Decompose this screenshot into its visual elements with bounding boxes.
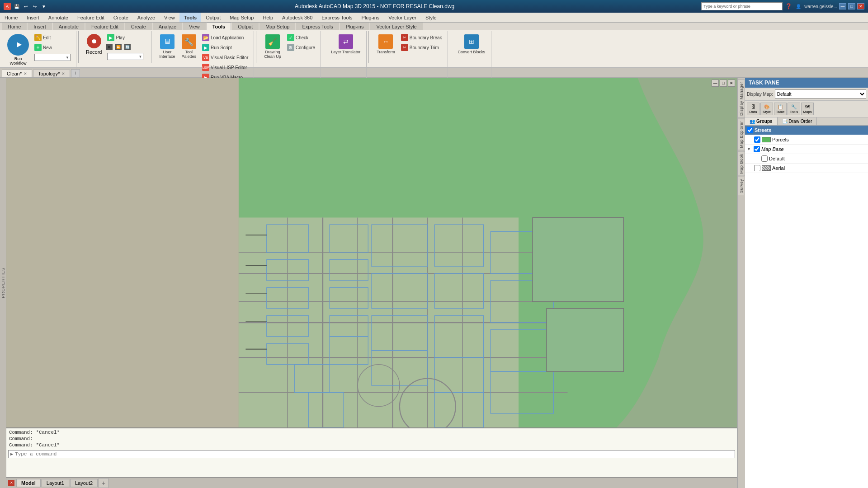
close-button[interactable]: ✕ [857, 3, 864, 9]
new-workflow-button[interactable]: + New [33, 43, 72, 52]
minimize-button[interactable]: — [839, 3, 846, 9]
layer-default[interactable]: Default [745, 154, 868, 164]
keyword-search[interactable]: Type a keyword or phrase [701, 2, 783, 10]
tools-icon-btn[interactable]: 🔧 Tools [788, 103, 800, 115]
aerial-visibility-checkbox[interactable] [754, 165, 760, 171]
menu-feature-edit[interactable]: Feature Edit [73, 13, 109, 22]
user-interface-button[interactable]: 🖥 User Interface [157, 33, 177, 60]
data-icon-btn[interactable]: 🗄 Data [747, 103, 760, 115]
tab-annotate[interactable]: Annotate [53, 23, 85, 30]
menu-style[interactable]: Style [421, 13, 441, 22]
side-tab-map-explorer[interactable]: Map Explorer [738, 119, 745, 150]
transform-button[interactable]: ↔ Transform [374, 33, 397, 56]
tab-output[interactable]: Output [232, 23, 259, 30]
workflow-dropdown[interactable]: ▼ [33, 53, 72, 62]
model-tab[interactable]: Model [16, 479, 41, 487]
menu-autodesk360[interactable]: Autodesk 360 [278, 13, 317, 22]
map-base-visibility-checkbox[interactable] [754, 146, 760, 152]
side-tab-display-manager[interactable]: Display Manager [738, 80, 745, 118]
close-clean-tab[interactable]: ✕ [24, 71, 27, 76]
tab-analyze[interactable]: Analyze [153, 23, 182, 30]
menu-insert[interactable]: Insert [22, 13, 44, 22]
minimize-map-button[interactable]: — [712, 80, 719, 87]
command-input-wrapper[interactable]: ▶ [8, 450, 735, 458]
tab-feature-edit[interactable]: Feature Edit [85, 23, 124, 30]
run-script-button[interactable]: ▶ Run Script [200, 43, 250, 52]
play-button[interactable]: ▶ Play [105, 33, 145, 42]
tab-map-setup[interactable]: Map Setup [259, 23, 295, 30]
add-document-tab[interactable]: + [71, 69, 80, 77]
draw-order-tab[interactable]: 📑 Draw Order [778, 117, 817, 125]
maps-icon-btn[interactable]: 🗺 Maps [801, 103, 814, 115]
menu-plug-ins[interactable]: Plug-ins [357, 13, 384, 22]
action-recorder-dropdown[interactable]: ▼ [105, 52, 145, 61]
menu-help[interactable]: Help [258, 13, 278, 22]
boundary-trim-button[interactable]: ✂ Boundary Trim [399, 43, 444, 52]
menu-home[interactable]: Home [0, 13, 22, 22]
tab-tools[interactable]: Tools [207, 23, 231, 30]
doc-tab-topology[interactable]: Topology* ✕ [33, 70, 70, 77]
run-workflow-button[interactable]: Run Workflow [5, 33, 31, 66]
menu-view[interactable]: View [160, 13, 179, 22]
check-button[interactable]: ✓ Check [285, 33, 317, 42]
menu-annotate[interactable]: Annotate [44, 13, 73, 22]
side-tab-map-book[interactable]: Map Book [738, 151, 745, 176]
undo-button[interactable]: ↩ [22, 2, 30, 10]
parcels-visibility-checkbox[interactable] [754, 136, 760, 143]
streets-visibility-checkbox[interactable] [747, 127, 753, 133]
tool-palettes-button[interactable]: 🔧 Tool Palettes [179, 33, 199, 60]
tab-vector-layer-style[interactable]: Vector Layer Style [370, 23, 422, 30]
tab-insert[interactable]: Insert [28, 23, 52, 30]
tab-create[interactable]: Create [125, 23, 152, 30]
layer-parcels[interactable]: Parcels [745, 135, 868, 145]
help-button[interactable]: ❓ [784, 2, 793, 10]
menu-analyze[interactable]: Analyze [133, 13, 160, 22]
table-icon-btn[interactable]: 📋 Table [774, 103, 787, 115]
convert-blocks-button[interactable]: ⊞ Convert Blocks [456, 33, 488, 56]
style-icon-btn[interactable]: 🎨 Style [760, 103, 773, 115]
user-account[interactable]: 👤 [794, 2, 802, 10]
maximize-map-button[interactable]: □ [720, 80, 727, 87]
command-input[interactable] [15, 451, 733, 457]
layer-translator-button[interactable]: ⇄ Layer Translator [329, 33, 363, 56]
drawing-cleanup-button[interactable]: 🧹 Drawing Clean Up [262, 33, 283, 60]
menu-vector-layer[interactable]: Vector Layer [384, 13, 421, 22]
vb-editor-button[interactable]: VB Visual Basic Editor [200, 53, 250, 62]
menu-create[interactable]: Create [109, 13, 133, 22]
menu-tools[interactable]: Tools [179, 13, 202, 22]
layout1-tab[interactable]: Layout1 [42, 479, 69, 487]
map-canvas[interactable] [6, 78, 737, 427]
side-tab-survey[interactable]: Survey [738, 177, 745, 195]
load-application-button[interactable]: 📂 Load Application [200, 33, 250, 42]
qaccess-dropdown[interactable]: ▼ [40, 2, 48, 10]
close-topology-tab[interactable]: ✕ [61, 71, 65, 76]
close-layout-panel[interactable]: ✕ [8, 480, 14, 486]
close-map-button[interactable]: ✕ [728, 80, 735, 87]
maximize-button[interactable]: □ [848, 3, 855, 9]
redo-button[interactable]: ↪ [31, 2, 39, 10]
tab-express-tools[interactable]: Express Tools [296, 23, 339, 30]
record-button[interactable]: ⏺ Record [84, 33, 104, 56]
tab-plug-ins[interactable]: Plug-ins [340, 23, 370, 30]
tab-view[interactable]: View [183, 23, 206, 30]
step-button[interactable]: ⏩ [114, 43, 123, 51]
layout2-tab[interactable]: Layout2 [70, 479, 98, 487]
stop-button[interactable]: ⏹ [105, 43, 113, 51]
add-layout-tab[interactable]: + [99, 478, 108, 488]
layer-map-base[interactable]: ▼ Map Base [745, 145, 868, 154]
lisp-editor-button[interactable]: LISP Visual LISP Editor [200, 63, 250, 72]
configure-button[interactable]: ⚙ Configure [285, 43, 317, 52]
edit-workflow-button[interactable]: ✏️ Edit [33, 33, 72, 42]
replay-button[interactable]: 🔄 [123, 43, 132, 51]
layer-aerial[interactable]: Aerial [745, 164, 868, 173]
menu-express-tools[interactable]: Express Tools [317, 13, 357, 22]
doc-tab-clean[interactable]: Clean* ✕ [2, 70, 32, 77]
layer-streets[interactable]: Streets [745, 126, 868, 135]
menu-output[interactable]: Output [201, 13, 225, 22]
map-base-expand[interactable]: ▼ [747, 147, 752, 151]
tab-home[interactable]: Home [2, 23, 27, 30]
display-map-select[interactable]: Default [775, 89, 866, 99]
groups-tab[interactable]: 👥 Groups [745, 117, 778, 125]
default-visibility-checkbox[interactable] [761, 155, 768, 162]
boundary-break-button[interactable]: ✂ Boundary Break [399, 33, 444, 42]
